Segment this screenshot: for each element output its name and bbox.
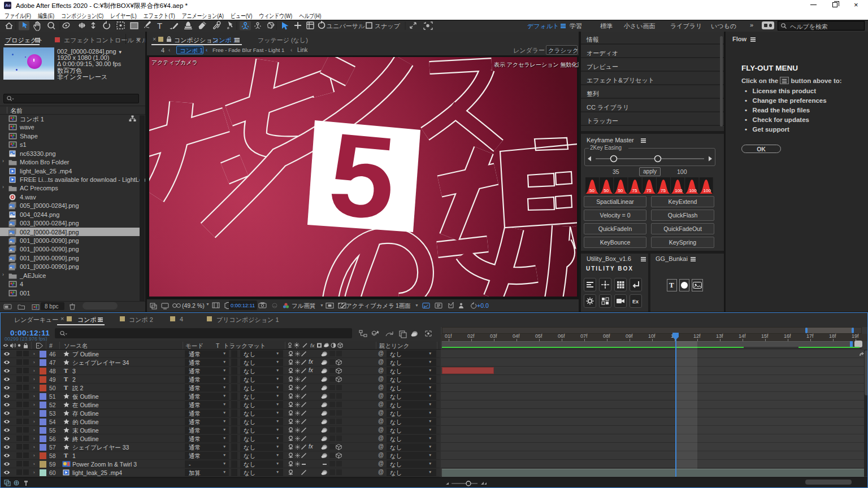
- svg-text:fx: fx: [310, 342, 315, 348]
- svg-text:75: 75: [646, 188, 652, 193]
- svg-text:T: T: [157, 21, 162, 30]
- svg-text:Ex: Ex: [632, 299, 639, 304]
- svg-text:スナップ: スナップ: [375, 23, 401, 29]
- svg-text:50: 50: [604, 188, 609, 193]
- svg-text:100: 100: [675, 188, 683, 193]
- svg-text:75: 75: [661, 188, 666, 193]
- svg-text:100: 100: [704, 188, 711, 193]
- svg-text:ユニバーサル: ユニバーサル: [327, 23, 365, 29]
- svg-text:75: 75: [632, 188, 637, 193]
- svg-text:50: 50: [618, 188, 623, 193]
- svg-text:100: 100: [689, 188, 697, 193]
- svg-text:5: 5: [324, 108, 401, 244]
- svg-text:50: 50: [589, 188, 594, 193]
